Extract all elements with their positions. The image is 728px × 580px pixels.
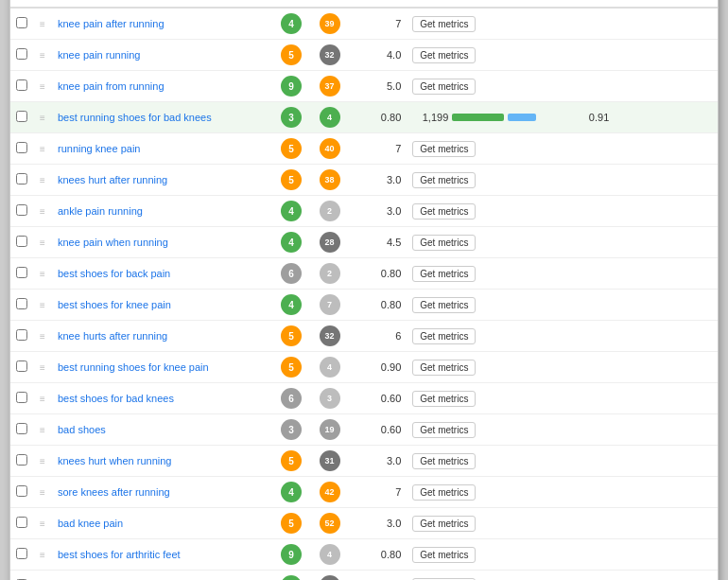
cpc-cell: 4 xyxy=(307,352,346,383)
keyword-cell: running knee pain xyxy=(52,133,260,165)
drag-handle-cell: ≡ xyxy=(33,508,52,539)
volume-cell: 0.80 xyxy=(346,539,407,571)
cpc-badge: 2 xyxy=(320,201,340,221)
keyword-link[interactable]: ankle pain running xyxy=(58,205,143,217)
keyword-link[interactable]: bad shoes xyxy=(58,424,106,435)
keyword-link[interactable]: best shoes for arthritic feet xyxy=(58,549,181,560)
cps-cell xyxy=(567,227,615,258)
drag-handle-cell: ≡ xyxy=(33,71,52,102)
volume-cell: 3.0 xyxy=(346,165,407,196)
get-metrics-button[interactable]: Get metrics xyxy=(412,203,476,220)
keyword-link[interactable]: bad knee pain xyxy=(58,518,123,529)
keyword-link[interactable]: best running shoes for bad knees xyxy=(58,112,212,123)
row-checkbox[interactable] xyxy=(16,204,27,216)
kd-badge: 5 xyxy=(281,169,302,190)
keyword-link[interactable]: knees hurt after running xyxy=(58,174,167,185)
row-checkbox-cell xyxy=(10,508,33,539)
clicks-cell: Get metrics xyxy=(407,227,567,258)
kd-badge: 5 xyxy=(281,450,302,471)
cpc-badge: 25 xyxy=(320,575,340,580)
volume-cell: 0.60 xyxy=(346,571,407,581)
row-checkbox[interactable] xyxy=(16,48,27,60)
cpc-badge: 40 xyxy=(320,138,340,159)
cps-cell xyxy=(567,477,615,508)
clicks-cell: Get metrics xyxy=(407,290,567,321)
keyword-cell: knee pain from running xyxy=(52,71,260,102)
get-metrics-button[interactable]: Get metrics xyxy=(412,391,476,407)
row-checkbox[interactable] xyxy=(16,329,27,341)
clicks-cell: Get metrics xyxy=(407,321,567,352)
keyword-link[interactable]: best shoes for bad knees xyxy=(58,393,174,404)
get-metrics-button[interactable]: Get metrics xyxy=(412,547,476,563)
cps-cell xyxy=(567,196,615,227)
table-row: ≡ best shoes for arthritic feet 9 4 0.80… xyxy=(10,539,718,571)
keyword-cell: knees hurt when running xyxy=(52,446,260,477)
kd-cell: 5 xyxy=(260,321,307,352)
get-metrics-button[interactable]: Get metrics xyxy=(412,422,476,438)
row-checkbox[interactable] xyxy=(16,548,27,559)
row-checkbox[interactable] xyxy=(16,142,27,153)
extra-cell xyxy=(615,40,718,71)
row-checkbox-cell xyxy=(10,352,33,383)
get-metrics-button[interactable]: Get metrics xyxy=(412,297,476,313)
row-checkbox[interactable] xyxy=(16,111,27,122)
row-checkbox-cell xyxy=(10,414,33,446)
row-checkbox[interactable] xyxy=(16,298,27,309)
cpc-cell: 40 xyxy=(307,133,346,165)
row-checkbox[interactable] xyxy=(16,267,27,278)
table-row: ≡ knee pain running 5 32 4.0 Get metrics xyxy=(10,40,718,71)
row-checkbox[interactable] xyxy=(16,454,27,466)
row-checkbox[interactable] xyxy=(16,17,27,28)
drag-handle-cell: ≡ xyxy=(33,102,52,133)
get-metrics-button[interactable]: Get metrics xyxy=(412,235,476,251)
drag-icon: ≡ xyxy=(40,518,45,529)
get-metrics-button[interactable]: Get metrics xyxy=(412,484,476,501)
drag-handle-cell: ≡ xyxy=(33,196,52,227)
row-checkbox[interactable] xyxy=(16,392,27,403)
keyword-link[interactable]: knee pain from running xyxy=(58,80,165,92)
keyword-link[interactable]: best shoes for knee pain xyxy=(58,299,171,310)
kd-cell: 4 xyxy=(260,477,307,508)
row-checkbox[interactable] xyxy=(16,517,27,528)
get-metrics-button[interactable]: Get metrics xyxy=(412,328,476,344)
volume-cell: 6 xyxy=(346,321,407,352)
keyword-link[interactable]: best shoes for back pain xyxy=(58,268,170,279)
keyword-link[interactable]: knee hurts after running xyxy=(58,330,167,342)
drag-icon: ≡ xyxy=(40,487,45,498)
header-volume: Volume ↓ i xyxy=(346,0,407,8)
get-metrics-button[interactable]: Get metrics xyxy=(412,453,476,469)
row-checkbox[interactable] xyxy=(16,79,27,91)
get-metrics-button[interactable]: Get metrics xyxy=(412,266,476,282)
keyword-link[interactable]: knees hurt when running xyxy=(58,455,171,466)
cpc-badge: 2 xyxy=(320,263,340,284)
keyword-link[interactable]: sore knees after running xyxy=(58,486,170,498)
clicks-cell: Get metrics xyxy=(407,414,567,446)
keyword-link[interactable]: running knee pain xyxy=(58,143,140,154)
keyword-link[interactable]: knee pain running xyxy=(58,49,140,61)
keyword-link[interactable]: knee pain when running xyxy=(58,237,168,248)
row-checkbox-cell xyxy=(10,8,33,40)
get-metrics-button[interactable]: Get metrics xyxy=(412,47,476,63)
row-checkbox[interactable] xyxy=(16,423,27,434)
get-metrics-button[interactable]: Get metrics xyxy=(412,360,476,376)
row-checkbox[interactable] xyxy=(16,485,27,497)
row-checkbox[interactable] xyxy=(16,173,27,185)
keyword-link[interactable]: best running shoes for knee pain xyxy=(58,361,209,373)
drag-handle-cell: ≡ xyxy=(33,446,52,477)
kd-cell: 4 xyxy=(260,227,307,258)
get-metrics-button[interactable]: Get metrics xyxy=(412,16,476,32)
row-checkbox[interactable] xyxy=(16,360,27,372)
keyword-link[interactable]: knee pain after running xyxy=(58,18,165,29)
get-metrics-button[interactable]: Get metrics xyxy=(412,79,476,95)
drag-handle-cell: ≡ xyxy=(33,165,52,196)
row-checkbox-cell xyxy=(10,165,33,196)
volume-cell: 4.5 xyxy=(346,227,407,258)
get-metrics-button[interactable]: Get metrics xyxy=(412,516,476,532)
kd-badge: 4 xyxy=(281,575,302,580)
table-row: ≡ ankle pain running 4 2 3.0 Get metrics xyxy=(10,196,718,227)
get-metrics-button[interactable]: Get metrics xyxy=(412,172,476,188)
cpc-badge: 4 xyxy=(320,544,340,565)
get-metrics-button[interactable]: Get metrics xyxy=(412,141,476,157)
volume-cell: 0.60 xyxy=(346,414,407,446)
row-checkbox[interactable] xyxy=(16,236,27,247)
